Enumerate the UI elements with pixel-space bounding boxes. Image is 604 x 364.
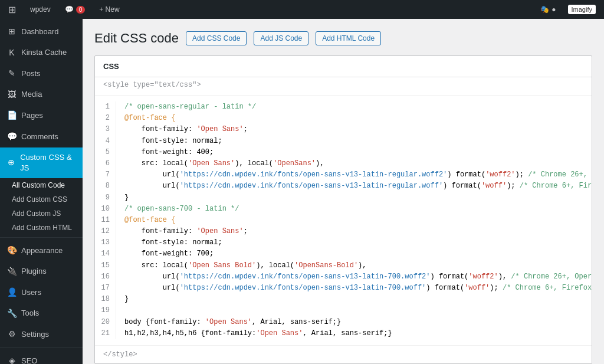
comment-count: 0 xyxy=(76,6,86,14)
dashboard-icon: ⊞ xyxy=(7,26,17,38)
sidebar-label-posts: Posts xyxy=(21,68,41,79)
sidebar-label-users: Users xyxy=(21,287,41,298)
sidebar-item-kinsta[interactable]: K Kinsta Cache xyxy=(0,42,83,64)
sidebar-label-pages: Pages xyxy=(21,110,43,121)
code-line-16: url('https://cdn.wpdev.ink/fonts/open-sa… xyxy=(124,271,583,283)
imagify-label: Imagify xyxy=(568,5,596,14)
sidebar-label-settings: Settings xyxy=(21,329,49,340)
code-line-8: url('https://cdn.wpdev.ink/fonts/open-sa… xyxy=(124,181,583,192)
tools-icon: 🔧 xyxy=(7,308,17,320)
sidebar-sub-add-js[interactable]: Add Custom JS xyxy=(0,206,83,221)
sidebar-label-comments: Comments xyxy=(21,132,58,142)
code-panel: CSS <style type="text/css"> 12345 678910… xyxy=(94,55,592,364)
code-line-3: font-family: 'Open Sans'; xyxy=(124,124,583,135)
code-line-7: url('https://cdn.wpdev.ink/fonts/open-sa… xyxy=(124,169,583,181)
plugin-logo-icon: 🎭 xyxy=(540,5,549,14)
sidebar-sub-label-html: Add Custom HTML xyxy=(12,224,72,232)
sidebar: ⊞ Dashboard K Kinsta Cache ✎ Posts 🖼 Med… xyxy=(0,19,83,364)
sidebar-sub-add-html[interactable]: Add Custom HTML xyxy=(0,221,83,235)
site-name: wpdev xyxy=(30,5,51,14)
plugins-icon: 🔌 xyxy=(7,266,17,278)
code-line-6: src: local('Open Sans'), local('OpenSans… xyxy=(124,158,583,169)
comment-icon: 💬 xyxy=(65,5,74,14)
pages-icon: 📄 xyxy=(7,110,17,122)
sidebar-item-plugins[interactable]: 🔌 Plugins xyxy=(0,261,83,283)
code-line-17: url('https://cdn.wpdev.ink/fonts/open-sa… xyxy=(124,283,583,294)
sidebar-label-dashboard: Dashboard xyxy=(21,27,59,37)
code-line-1: /* open-sans-regular - latin */ xyxy=(124,101,583,113)
sidebar-sub-label-all: All Custom Code xyxy=(12,181,65,189)
code-line-15: src: local('Open Sans Bold'), local('Ope… xyxy=(124,260,583,271)
add-html-code-button[interactable]: Add HTML Code xyxy=(316,31,381,45)
users-icon: 👤 xyxy=(7,287,17,299)
code-line-10: /* open-sans-700 - latin */ xyxy=(124,204,583,215)
admin-bar-new[interactable]: + New xyxy=(96,0,123,19)
code-line-2: @font-face { xyxy=(124,113,583,124)
admin-bar-right: 🎭 ● Imagify xyxy=(537,5,599,14)
sidebar-item-appearance[interactable]: 🎨 Appearance xyxy=(0,240,83,261)
sidebar-label-seo: SEO xyxy=(21,356,37,364)
code-line-20: body {font-family: 'Open Sans', Arial, s… xyxy=(124,317,583,328)
wp-logo-icon: ⊞ xyxy=(8,4,16,15)
comments-icon: 💬 xyxy=(7,131,17,143)
code-line-19 xyxy=(124,305,583,316)
code-panel-label: CSS xyxy=(103,62,119,71)
sidebar-label-media: Media xyxy=(21,89,42,100)
sidebar-item-seo[interactable]: ◈ SEO xyxy=(0,350,83,364)
code-content: /* open-sans-regular - latin */ @font-fa… xyxy=(116,101,592,339)
sidebar-divider-2 xyxy=(0,347,83,348)
admin-bar-plugin-logo[interactable]: 🎭 ● xyxy=(537,5,559,14)
sidebar-label-custom-css: Custom CSS & JS xyxy=(20,152,76,173)
code-line-21: h1,h2,h3,h4,h5,h6 {font-family:'Open San… xyxy=(124,328,583,339)
kinsta-icon: K xyxy=(7,47,17,59)
seo-icon: ◈ xyxy=(7,355,17,364)
sidebar-label-kinsta: Kinsta Cache xyxy=(21,47,67,58)
new-label: + New xyxy=(99,5,119,14)
code-line-18: } xyxy=(124,294,583,305)
admin-bar-wp[interactable]: ⊞ xyxy=(5,0,19,19)
sidebar-sub-all-custom-code[interactable]: All Custom Code xyxy=(0,178,83,192)
sidebar-item-settings[interactable]: ⚙ Settings xyxy=(0,324,83,345)
media-icon: 🖼 xyxy=(7,89,17,101)
add-css-code-button[interactable]: Add CSS Code xyxy=(186,31,247,45)
page-title: Edit CSS code xyxy=(94,31,179,46)
code-editor[interactable]: 12345 678910 1112131415 1617181920 21 /*… xyxy=(95,96,592,345)
code-line-11: @font-face { xyxy=(124,215,583,226)
code-line-13: font-style: normal; xyxy=(124,237,583,248)
sidebar-item-media[interactable]: 🖼 Media xyxy=(0,84,83,106)
line-numbers: 12345 678910 1112131415 1617181920 21 xyxy=(95,101,116,339)
code-footer: </style> xyxy=(95,345,592,363)
admin-bar-imagify[interactable]: Imagify xyxy=(564,5,599,14)
admin-bar-site[interactable]: wpdev xyxy=(27,0,54,19)
sidebar-item-posts[interactable]: ✎ Posts xyxy=(0,63,83,84)
code-line-12: font-family: 'Open Sans'; xyxy=(124,226,583,237)
settings-icon: ⚙ xyxy=(7,329,17,340)
code-line-9: } xyxy=(124,192,583,204)
posts-icon: ✎ xyxy=(7,68,17,80)
sidebar-sub-label-js: Add Custom JS xyxy=(12,209,61,218)
sidebar-item-pages[interactable]: 📄 Pages xyxy=(0,105,83,126)
appearance-icon: 🎨 xyxy=(7,245,17,257)
sidebar-item-comments[interactable]: 💬 Comments xyxy=(0,126,83,147)
code-panel-header: CSS xyxy=(95,56,592,77)
code-line-14: font-weight: 700; xyxy=(124,248,583,260)
sidebar-sub-add-css[interactable]: Add Custom CSS xyxy=(0,192,83,206)
sidebar-label-appearance: Appearance xyxy=(21,245,63,256)
sidebar-item-dashboard[interactable]: ⊞ Dashboard xyxy=(0,21,83,42)
sidebar-divider xyxy=(0,237,83,238)
code-line-4: font-style: normal; xyxy=(124,136,583,147)
sidebar-label-plugins: Plugins xyxy=(21,266,47,277)
admin-bar-comments[interactable]: 💬 0 xyxy=(61,0,89,19)
sidebar-sub-label-css: Add Custom CSS xyxy=(12,195,67,204)
code-line-5: font-weight: 400; xyxy=(124,147,583,158)
main-layout: ⊞ Dashboard K Kinsta Cache ✎ Posts 🖼 Med… xyxy=(0,19,604,364)
plugin-status-icon: ● xyxy=(552,5,556,14)
code-template-hint: <style type="text/css"> xyxy=(95,77,592,96)
page-header: Edit CSS code Add CSS Code Add JS Code A… xyxy=(94,31,592,46)
sidebar-item-custom-css[interactable]: ⊕ Custom CSS & JS xyxy=(0,147,83,178)
custom-css-icon: ⊕ xyxy=(7,157,15,169)
sidebar-item-users[interactable]: 👤 Users xyxy=(0,282,83,303)
admin-bar: ⊞ wpdev 💬 0 + New 🎭 ● Imagify xyxy=(0,0,604,19)
add-js-code-button[interactable]: Add JS Code xyxy=(254,31,308,45)
sidebar-item-tools[interactable]: 🔧 Tools xyxy=(0,303,83,324)
